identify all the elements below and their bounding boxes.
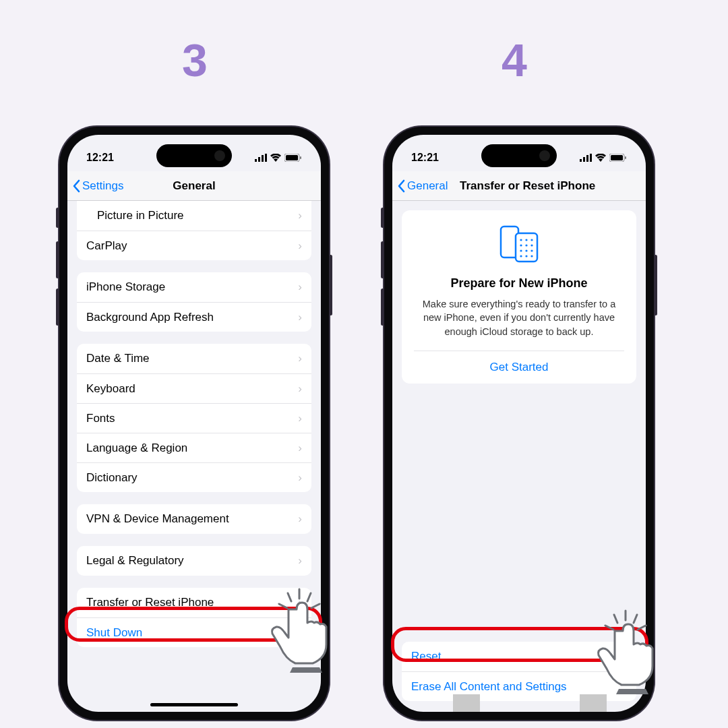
phone-screen-4: 12:21 General Transfer or Reset iPhone — [392, 135, 646, 712]
home-indicator — [150, 703, 238, 706]
svg-rect-0 — [255, 159, 257, 162]
svg-point-31 — [525, 255, 527, 257]
hero-body: Make sure everything's ready to transfer… — [414, 297, 624, 351]
svg-rect-5 — [286, 155, 298, 160]
chevron-left-icon — [71, 179, 81, 193]
row-reset[interactable]: Reset — [402, 642, 636, 671]
row-shut-down[interactable]: Shut Down — [77, 617, 311, 647]
chevron-right-icon: › — [298, 596, 302, 609]
svg-point-21 — [520, 239, 522, 241]
row-legal-regulatory[interactable]: Legal & Regulatory› — [77, 546, 311, 576]
status-time: 12:21 — [411, 152, 439, 164]
phone-frame-step-4: 12:21 General Transfer or Reset iPhone — [384, 127, 654, 720]
chevron-right-icon: › — [298, 512, 302, 526]
chevron-right-icon: › — [298, 239, 302, 253]
chevron-right-icon: › — [298, 352, 302, 365]
back-label: General — [407, 179, 448, 193]
chevron-right-icon: › — [298, 412, 302, 425]
dynamic-island — [156, 144, 232, 167]
svg-rect-18 — [625, 156, 626, 159]
row-vpn-device-management[interactable]: VPN & Device Management› — [77, 504, 311, 534]
svg-rect-13 — [583, 157, 585, 162]
row-transfer-or-reset[interactable]: Transfer or Reset iPhone› — [77, 588, 311, 617]
svg-point-23 — [530, 239, 533, 241]
prepare-card: Prepare for New iPhone Make sure everyth… — [402, 210, 636, 384]
chevron-right-icon: › — [298, 554, 302, 568]
svg-rect-12 — [580, 159, 582, 162]
svg-rect-2 — [262, 155, 264, 162]
svg-rect-17 — [611, 155, 623, 160]
svg-point-25 — [525, 244, 527, 246]
chevron-right-icon: › — [298, 311, 302, 324]
row-fonts[interactable]: Fonts› — [77, 403, 311, 433]
nav-bar: General Transfer or Reset iPhone — [392, 171, 646, 201]
back-button[interactable]: Settings — [67, 179, 123, 193]
chevron-right-icon: › — [298, 280, 302, 294]
decorative-square — [580, 694, 607, 712]
row-background-app-refresh[interactable]: Background App Refresh› — [77, 302, 311, 332]
svg-rect-15 — [590, 154, 592, 162]
svg-point-30 — [520, 255, 522, 257]
row-keyboard[interactable]: Keyboard› — [77, 373, 311, 403]
transfer-devices-icon — [495, 225, 543, 263]
svg-rect-14 — [586, 155, 588, 162]
row-date-time[interactable]: Date & Time› — [77, 344, 311, 373]
step-number-3: 3 — [182, 34, 208, 86]
wifi-icon — [595, 154, 606, 162]
chevron-right-icon: › — [298, 471, 302, 485]
svg-point-29 — [530, 249, 533, 251]
phone-screen-3: 12:21 Settings General Picture in Pictur… — [67, 135, 321, 712]
hero-title: Prepare for New iPhone — [414, 276, 624, 291]
chevron-left-icon — [396, 179, 406, 193]
battery-icon — [609, 154, 627, 162]
row-language-region[interactable]: Language & Region› — [77, 433, 311, 462]
chevron-right-icon: › — [298, 382, 302, 396]
svg-rect-3 — [265, 154, 267, 162]
step-number-4: 4 — [502, 34, 527, 86]
svg-point-27 — [520, 249, 522, 251]
svg-point-28 — [525, 249, 527, 251]
row-iphone-storage[interactable]: iPhone Storage› — [77, 272, 311, 302]
chevron-right-icon: › — [298, 209, 302, 222]
svg-point-24 — [520, 244, 522, 246]
back-label: Settings — [82, 179, 123, 193]
svg-rect-6 — [300, 156, 301, 159]
svg-point-26 — [530, 244, 533, 246]
wifi-icon — [270, 154, 281, 162]
nav-bar: Settings General — [67, 171, 321, 201]
chevron-right-icon: › — [298, 442, 302, 455]
svg-rect-20 — [516, 233, 537, 262]
decorative-square — [453, 694, 480, 712]
back-button[interactable]: General — [392, 179, 448, 193]
row-picture-in-picture[interactable]: Picture in Picture› — [77, 201, 311, 231]
battery-icon — [284, 154, 302, 162]
svg-rect-1 — [258, 157, 260, 162]
row-dictionary[interactable]: Dictionary› — [77, 462, 311, 492]
dynamic-island — [481, 144, 557, 167]
cellular-icon — [255, 154, 267, 162]
cellular-icon — [580, 154, 592, 162]
svg-point-22 — [525, 239, 527, 241]
phone-frame-step-3: 12:21 Settings General Picture in Pictur… — [59, 127, 329, 720]
status-time: 12:21 — [86, 152, 114, 164]
get-started-button[interactable]: Get Started — [414, 351, 624, 384]
svg-point-32 — [530, 255, 533, 257]
row-carplay[interactable]: CarPlay› — [77, 231, 311, 260]
